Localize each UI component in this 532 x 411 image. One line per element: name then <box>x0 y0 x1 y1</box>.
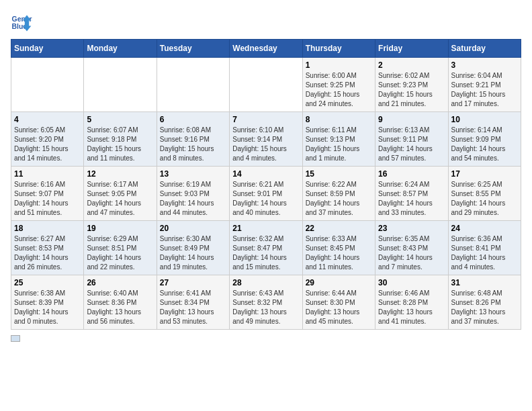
calendar-cell: 20Sunrise: 6:30 AM Sunset: 8:49 PM Dayli… <box>157 221 229 275</box>
calendar-cell: 7Sunrise: 6:10 AM Sunset: 9:14 PM Daylig… <box>230 112 302 167</box>
calendar-cell: 9Sunrise: 6:13 AM Sunset: 9:11 PM Daylig… <box>375 112 448 167</box>
day-number: 10 <box>451 115 518 124</box>
day-info: Sunrise: 6:38 AM Sunset: 8:39 PM Dayligh… <box>14 289 81 326</box>
calendar-cell <box>230 58 302 112</box>
day-info: Sunrise: 6:30 AM Sunset: 8:49 PM Dayligh… <box>160 234 226 272</box>
day-info: Sunrise: 6:21 AM Sunset: 9:01 PM Dayligh… <box>232 180 299 218</box>
calendar-week-row: 25Sunrise: 6:38 AM Sunset: 8:39 PM Dayli… <box>11 275 521 330</box>
day-number: 19 <box>87 224 153 233</box>
header-day-tuesday: Tuesday <box>157 40 229 58</box>
legend-item <box>11 335 23 342</box>
day-number: 7 <box>232 115 299 124</box>
day-number: 25 <box>14 278 81 287</box>
day-number: 13 <box>160 169 226 179</box>
calendar-cell: 30Sunrise: 6:46 AM Sunset: 8:28 PM Dayli… <box>375 275 448 330</box>
day-number: 15 <box>306 169 372 179</box>
calendar-cell <box>11 58 84 112</box>
day-info: Sunrise: 6:43 AM Sunset: 8:32 PM Dayligh… <box>232 289 299 326</box>
calendar-cell: 3Sunrise: 6:04 AM Sunset: 9:21 PM Daylig… <box>448 58 521 112</box>
day-info: Sunrise: 6:35 AM Sunset: 8:43 PM Dayligh… <box>378 234 445 272</box>
day-info: Sunrise: 6:00 AM Sunset: 9:25 PM Dayligh… <box>306 71 372 109</box>
day-number: 3 <box>451 60 518 70</box>
day-info: Sunrise: 6:02 AM Sunset: 9:23 PM Dayligh… <box>378 71 445 109</box>
day-info: Sunrise: 6:24 AM Sunset: 8:57 PM Dayligh… <box>378 180 445 218</box>
calendar-cell: 5Sunrise: 6:07 AM Sunset: 9:18 PM Daylig… <box>84 112 157 167</box>
calendar-cell: 19Sunrise: 6:29 AM Sunset: 8:51 PM Dayli… <box>84 221 157 275</box>
day-info: Sunrise: 6:48 AM Sunset: 8:26 PM Dayligh… <box>451 289 518 326</box>
calendar-cell: 1Sunrise: 6:00 AM Sunset: 9:25 PM Daylig… <box>302 58 375 112</box>
calendar-cell: 14Sunrise: 6:21 AM Sunset: 9:01 PM Dayli… <box>230 167 302 221</box>
day-info: Sunrise: 6:13 AM Sunset: 9:11 PM Dayligh… <box>378 126 445 163</box>
header-day-monday: Monday <box>84 40 157 58</box>
calendar-cell: 6Sunrise: 6:08 AM Sunset: 9:16 PM Daylig… <box>157 112 229 167</box>
day-info: Sunrise: 6:16 AM Sunset: 9:07 PM Dayligh… <box>14 180 81 218</box>
day-number: 8 <box>306 115 372 124</box>
day-number: 27 <box>160 278 226 287</box>
calendar-cell: 23Sunrise: 6:35 AM Sunset: 8:43 PM Dayli… <box>375 221 448 275</box>
day-number: 17 <box>451 169 518 179</box>
calendar-cell: 10Sunrise: 6:14 AM Sunset: 9:09 PM Dayli… <box>448 112 521 167</box>
day-number: 26 <box>87 278 153 287</box>
calendar-cell: 28Sunrise: 6:43 AM Sunset: 8:32 PM Dayli… <box>230 275 302 330</box>
day-info: Sunrise: 6:04 AM Sunset: 9:21 PM Dayligh… <box>451 71 518 109</box>
day-info: Sunrise: 6:11 AM Sunset: 9:13 PM Dayligh… <box>306 126 372 163</box>
day-number: 18 <box>14 224 81 233</box>
calendar-cell: 12Sunrise: 6:17 AM Sunset: 9:05 PM Dayli… <box>84 167 157 221</box>
day-number: 30 <box>378 278 445 287</box>
day-info: Sunrise: 6:14 AM Sunset: 9:09 PM Dayligh… <box>451 126 518 163</box>
day-info: Sunrise: 6:40 AM Sunset: 8:36 PM Dayligh… <box>87 289 153 326</box>
day-info: Sunrise: 6:19 AM Sunset: 9:03 PM Dayligh… <box>160 180 226 218</box>
calendar-cell: 24Sunrise: 6:36 AM Sunset: 8:41 PM Dayli… <box>448 221 521 275</box>
day-info: Sunrise: 6:32 AM Sunset: 8:47 PM Dayligh… <box>232 234 299 272</box>
day-number: 24 <box>451 224 518 233</box>
day-number: 6 <box>160 115 226 124</box>
calendar-week-row: 18Sunrise: 6:27 AM Sunset: 8:53 PM Dayli… <box>11 221 521 275</box>
calendar-cell: 8Sunrise: 6:11 AM Sunset: 9:13 PM Daylig… <box>302 112 375 167</box>
day-number: 22 <box>306 224 372 233</box>
day-number: 21 <box>232 224 299 233</box>
calendar-cell: 18Sunrise: 6:27 AM Sunset: 8:53 PM Dayli… <box>11 221 84 275</box>
day-number: 28 <box>232 278 299 287</box>
header-day-saturday: Saturday <box>448 40 521 58</box>
day-number: 11 <box>14 169 81 179</box>
day-info: Sunrise: 6:25 AM Sunset: 8:55 PM Dayligh… <box>451 180 518 218</box>
day-number: 16 <box>378 169 445 179</box>
calendar-cell <box>157 58 229 112</box>
day-number: 31 <box>451 278 518 287</box>
day-number: 9 <box>378 115 445 124</box>
calendar-cell: 21Sunrise: 6:32 AM Sunset: 8:47 PM Dayli… <box>230 221 302 275</box>
calendar-cell: 16Sunrise: 6:24 AM Sunset: 8:57 PM Dayli… <box>375 167 448 221</box>
calendar-cell: 2Sunrise: 6:02 AM Sunset: 9:23 PM Daylig… <box>375 58 448 112</box>
day-info: Sunrise: 6:08 AM Sunset: 9:16 PM Dayligh… <box>160 126 226 163</box>
day-info: Sunrise: 6:46 AM Sunset: 8:28 PM Dayligh… <box>378 289 445 326</box>
header-day-wednesday: Wednesday <box>230 40 302 58</box>
legend-color-box <box>11 335 20 342</box>
logo: General Blue <box>11 11 35 32</box>
day-info: Sunrise: 6:07 AM Sunset: 9:18 PM Dayligh… <box>87 126 153 163</box>
calendar-header-row: SundayMondayTuesdayWednesdayThursdayFrid… <box>11 40 521 58</box>
calendar-cell: 26Sunrise: 6:40 AM Sunset: 8:36 PM Dayli… <box>84 275 157 330</box>
day-info: Sunrise: 6:17 AM Sunset: 9:05 PM Dayligh… <box>87 180 153 218</box>
day-info: Sunrise: 6:05 AM Sunset: 9:20 PM Dayligh… <box>14 126 81 163</box>
calendar-week-row: 1Sunrise: 6:00 AM Sunset: 9:25 PM Daylig… <box>11 58 521 112</box>
day-info: Sunrise: 6:27 AM Sunset: 8:53 PM Dayligh… <box>14 234 81 272</box>
calendar-cell: 27Sunrise: 6:41 AM Sunset: 8:34 PM Dayli… <box>157 275 229 330</box>
day-info: Sunrise: 6:29 AM Sunset: 8:51 PM Dayligh… <box>87 234 153 272</box>
day-info: Sunrise: 6:44 AM Sunset: 8:30 PM Dayligh… <box>306 289 372 326</box>
calendar-week-row: 11Sunrise: 6:16 AM Sunset: 9:07 PM Dayli… <box>11 167 521 221</box>
day-info: Sunrise: 6:41 AM Sunset: 8:34 PM Dayligh… <box>160 289 226 326</box>
header-day-friday: Friday <box>375 40 448 58</box>
header-day-sunday: Sunday <box>11 40 84 58</box>
calendar-cell <box>84 58 157 112</box>
calendar-cell: 13Sunrise: 6:19 AM Sunset: 9:03 PM Dayli… <box>157 167 229 221</box>
logo-icon: General Blue <box>11 11 32 32</box>
legend <box>11 335 521 343</box>
day-number: 1 <box>306 60 372 70</box>
day-info: Sunrise: 6:36 AM Sunset: 8:41 PM Dayligh… <box>451 234 518 272</box>
day-number: 12 <box>87 169 153 179</box>
day-number: 14 <box>232 169 299 179</box>
calendar-cell: 31Sunrise: 6:48 AM Sunset: 8:26 PM Dayli… <box>448 275 521 330</box>
day-number: 5 <box>87 115 153 124</box>
day-number: 29 <box>306 278 372 287</box>
calendar-cell: 17Sunrise: 6:25 AM Sunset: 8:55 PM Dayli… <box>448 167 521 221</box>
